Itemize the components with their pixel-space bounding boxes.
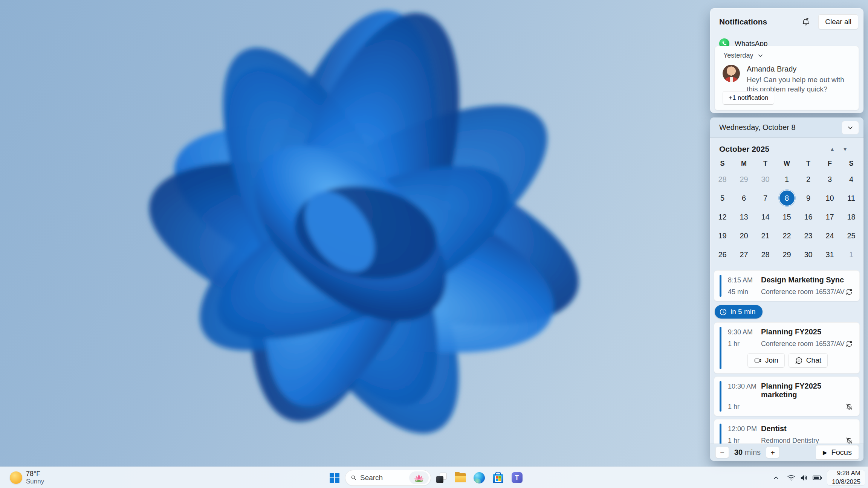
event-accent-bar xyxy=(720,381,721,412)
volume-icon xyxy=(800,474,808,482)
chevron-up-icon xyxy=(773,475,779,481)
calendar-next-month-button[interactable]: ▼ xyxy=(839,145,851,154)
calendar-day[interactable]: 30 xyxy=(755,170,776,189)
event-location: Conference room 16537/AV xyxy=(761,288,845,296)
microsoft-store-button[interactable] xyxy=(490,470,506,486)
calendar-day[interactable]: 27 xyxy=(733,245,755,264)
search-icon xyxy=(351,474,356,481)
calendar-day[interactable]: 30 xyxy=(798,245,819,264)
calendar-day[interactable]: 19 xyxy=(712,226,733,245)
calendar-day[interactable]: 28 xyxy=(712,170,733,189)
agenda-event[interactable]: 10:30 AM Planning FY2025 marketing 1 hr xyxy=(714,377,860,416)
event-title: Dentist xyxy=(761,424,787,433)
event-location: Conference room 16537/AV xyxy=(761,340,845,348)
calendar-day-selected[interactable]: 8 xyxy=(776,189,798,207)
calendar-day[interactable]: 28 xyxy=(755,245,776,264)
calendar-day[interactable]: 23 xyxy=(798,226,819,245)
calendar-dow-label: F xyxy=(819,160,840,168)
calendar-day[interactable]: 2 xyxy=(798,170,819,189)
calendar-day[interactable]: 6 xyxy=(733,189,755,207)
start-button[interactable] xyxy=(326,470,343,486)
notification-sender: Amanda Brady xyxy=(747,65,851,73)
sender-avatar xyxy=(723,65,740,82)
search-highlight-image[interactable] xyxy=(409,471,429,484)
calendar-day[interactable]: 15 xyxy=(776,207,798,226)
calendar-day[interactable]: 12 xyxy=(712,207,733,226)
join-meeting-button[interactable]: Join xyxy=(747,353,785,368)
calendar-day[interactable]: 17 xyxy=(819,207,840,226)
calendar-day[interactable]: 14 xyxy=(755,207,776,226)
calendar-day[interactable]: 25 xyxy=(840,226,862,245)
event-time: 12:00 PM xyxy=(728,425,761,433)
search-input[interactable] xyxy=(360,474,405,482)
decrease-duration-button[interactable]: − xyxy=(715,447,729,458)
agenda-event[interactable]: 9:30 AM Planning FY2025 1 hr Conference … xyxy=(714,322,860,374)
event-duration: 1 hr xyxy=(728,403,761,411)
sun-icon xyxy=(10,471,22,484)
calendar-grid: 2829301234567891011121314151617181920212… xyxy=(710,168,863,264)
calendar-day[interactable]: 16 xyxy=(798,207,819,226)
more-notifications-button[interactable]: +1 notification xyxy=(723,91,774,105)
event-accent-bar xyxy=(720,424,721,444)
notification-group-label: Yesterday xyxy=(723,52,753,59)
event-accent-bar xyxy=(720,275,721,297)
notification-card[interactable]: Yesterday Amanda Brady Hey! Can you help… xyxy=(715,46,859,110)
calendar-day[interactable]: 29 xyxy=(733,170,755,189)
edge-icon xyxy=(474,472,485,483)
calendar-day[interactable]: 5 xyxy=(712,189,733,207)
do-not-disturb-button[interactable] xyxy=(797,14,815,29)
calendar-day[interactable]: 29 xyxy=(776,245,798,264)
event-location: Redmond Dentistry xyxy=(761,437,845,444)
bell-off-icon xyxy=(845,403,853,411)
calendar-day[interactable]: 4 xyxy=(840,170,862,189)
calendar-day[interactable]: 31 xyxy=(819,245,840,264)
clear-all-button[interactable]: Clear all xyxy=(818,14,858,29)
calendar-day[interactable]: 21 xyxy=(755,226,776,245)
event-countdown-badge: in 5 min xyxy=(715,305,763,319)
teams-button[interactable]: T xyxy=(509,470,525,486)
calendar-day[interactable]: 1 xyxy=(840,245,862,264)
calendar-collapse-button[interactable] xyxy=(842,121,859,134)
chat-bubble-icon xyxy=(795,357,803,364)
chevron-down-icon xyxy=(758,53,763,58)
calendar-day[interactable]: 22 xyxy=(776,226,798,245)
recurring-icon xyxy=(845,340,853,348)
calendar-day[interactable]: 3 xyxy=(819,170,840,189)
event-duration: 45 min xyxy=(728,288,761,296)
calendar-date-header: Wednesday, October 8 xyxy=(719,123,842,132)
edge-browser-button[interactable] xyxy=(471,470,487,486)
hidden-icons-button[interactable] xyxy=(770,470,782,485)
file-explorer-button[interactable] xyxy=(452,470,469,486)
event-time: 8:15 AM xyxy=(728,276,761,284)
calendar-day[interactable]: 26 xyxy=(712,245,733,264)
agenda-event[interactable]: 8:15 AM Design Marketing Sync 45 min Con… xyxy=(714,270,860,301)
clock-date-button[interactable]: 9:28 AM 10/8/2025 xyxy=(827,470,865,485)
event-duration: 1 hr xyxy=(728,437,761,444)
notification-group-toggle[interactable]: Yesterday xyxy=(715,46,859,59)
calendar-day[interactable]: 9 xyxy=(798,189,819,207)
chat-button[interactable]: Chat xyxy=(789,353,828,368)
calendar-day[interactable]: 7 xyxy=(755,189,776,207)
calendar-prev-month-button[interactable]: ▲ xyxy=(826,145,839,154)
start-focus-button[interactable]: ▶ Focus xyxy=(816,445,859,460)
calendar-day[interactable]: 18 xyxy=(840,207,862,226)
calendar-day[interactable]: 13 xyxy=(733,207,755,226)
microsoft-store-icon xyxy=(493,474,503,483)
taskbar-search-box[interactable] xyxy=(345,470,431,486)
focus-session-bar: − 30 mins + ▶ Focus xyxy=(710,444,863,461)
calendar-day[interactable]: 1 xyxy=(776,170,798,189)
calendar-day[interactable]: 20 xyxy=(733,226,755,245)
calendar-dow-label: M xyxy=(733,160,755,168)
desktop: Notifications Clear all WhatsApp Yesterd… xyxy=(0,0,868,488)
calendar-day[interactable]: 24 xyxy=(819,226,840,245)
quick-settings-button[interactable] xyxy=(783,470,826,485)
task-view-icon xyxy=(436,473,447,483)
file-explorer-icon xyxy=(455,473,466,482)
calendar-dow-label: T xyxy=(755,160,776,168)
task-view-button[interactable] xyxy=(433,470,450,486)
increase-duration-button[interactable]: + xyxy=(766,447,779,458)
agenda-event[interactable]: 12:00 PM Dentist 1 hr Redmond Dentistry xyxy=(714,419,860,444)
calendar-day[interactable]: 11 xyxy=(840,189,862,207)
widgets-weather-button[interactable]: 78°F Sunny xyxy=(6,467,48,488)
calendar-day[interactable]: 10 xyxy=(819,189,840,207)
